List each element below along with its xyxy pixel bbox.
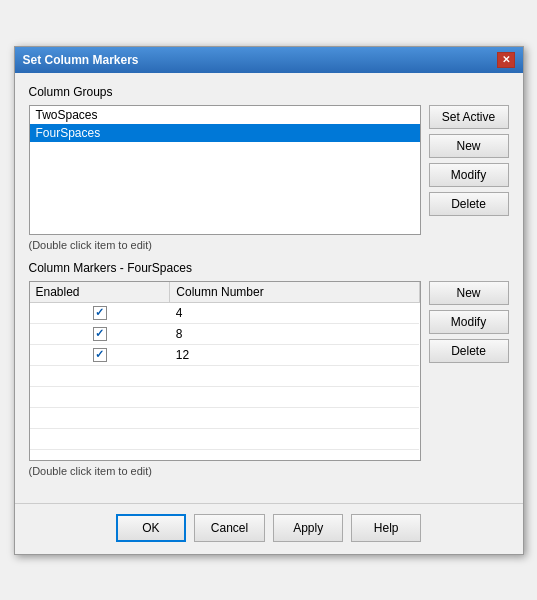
checkbox-container-2	[36, 348, 164, 362]
column-groups-hint: (Double click item to edit)	[29, 239, 509, 251]
column-number-cell-2: 12	[170, 344, 419, 365]
list-item[interactable]: TwoSpaces	[30, 106, 420, 124]
column-groups-buttons: Set Active New Modify Delete	[429, 105, 509, 235]
groups-modify-button[interactable]: Modify	[429, 163, 509, 187]
column-groups-row: TwoSpaces FourSpaces Set Active New Modi…	[29, 105, 509, 235]
column-number-header: Column Number	[170, 282, 419, 303]
column-markers-buttons: New Modify Delete	[429, 281, 509, 461]
empty-cell	[170, 428, 419, 449]
enabled-cell-2	[30, 344, 170, 365]
empty-cell	[30, 407, 170, 428]
checkbox-container-1	[36, 327, 164, 341]
enabled-header: Enabled	[30, 282, 170, 303]
table-row-empty-4	[30, 428, 420, 449]
markers-delete-button[interactable]: Delete	[429, 339, 509, 363]
groups-delete-button[interactable]: Delete	[429, 192, 509, 216]
column-number-cell-1: 8	[170, 323, 419, 344]
column-markers-table: Enabled Column Number 4	[30, 282, 420, 450]
dialog-body: Column Groups TwoSpaces FourSpaces Set A…	[15, 73, 523, 499]
column-groups-label: Column Groups	[29, 85, 509, 99]
empty-cell	[30, 365, 170, 386]
empty-cell	[170, 407, 419, 428]
table-row-empty-1	[30, 365, 420, 386]
footer-row: OK Cancel Apply Help	[15, 503, 523, 554]
empty-cell	[30, 386, 170, 407]
set-column-markers-dialog: Set Column Markers ✕ Column Groups TwoSp…	[14, 46, 524, 555]
table-row: 12	[30, 344, 420, 365]
checkbox-1[interactable]	[93, 327, 107, 341]
title-bar: Set Column Markers ✕	[15, 47, 523, 73]
groups-new-button[interactable]: New	[429, 134, 509, 158]
column-markers-table-container[interactable]: Enabled Column Number 4	[29, 281, 421, 461]
column-markers-label: Column Markers - FourSpaces	[29, 261, 509, 275]
table-row: 4	[30, 302, 420, 323]
checkbox-2[interactable]	[93, 348, 107, 362]
table-row-empty-2	[30, 386, 420, 407]
enabled-cell-0	[30, 302, 170, 323]
column-number-cell-0: 4	[170, 302, 419, 323]
table-row-empty-3	[30, 407, 420, 428]
column-markers-hint: (Double click item to edit)	[29, 465, 509, 477]
enabled-cell-1	[30, 323, 170, 344]
markers-modify-button[interactable]: Modify	[429, 310, 509, 334]
column-groups-list[interactable]: TwoSpaces FourSpaces	[29, 105, 421, 235]
set-active-button[interactable]: Set Active	[429, 105, 509, 129]
table-header-row: Enabled Column Number	[30, 282, 420, 303]
empty-cell	[170, 386, 419, 407]
ok-button[interactable]: OK	[116, 514, 186, 542]
column-markers-row: Enabled Column Number 4	[29, 281, 509, 461]
checkbox-container-0	[36, 306, 164, 320]
empty-cell	[170, 365, 419, 386]
dialog-title: Set Column Markers	[23, 53, 139, 67]
help-button[interactable]: Help	[351, 514, 421, 542]
checkbox-0[interactable]	[93, 306, 107, 320]
markers-new-button[interactable]: New	[429, 281, 509, 305]
close-button[interactable]: ✕	[497, 52, 515, 68]
apply-button[interactable]: Apply	[273, 514, 343, 542]
empty-cell	[30, 428, 170, 449]
cancel-button[interactable]: Cancel	[194, 514, 265, 542]
table-row: 8	[30, 323, 420, 344]
list-item-selected[interactable]: FourSpaces	[30, 124, 420, 142]
